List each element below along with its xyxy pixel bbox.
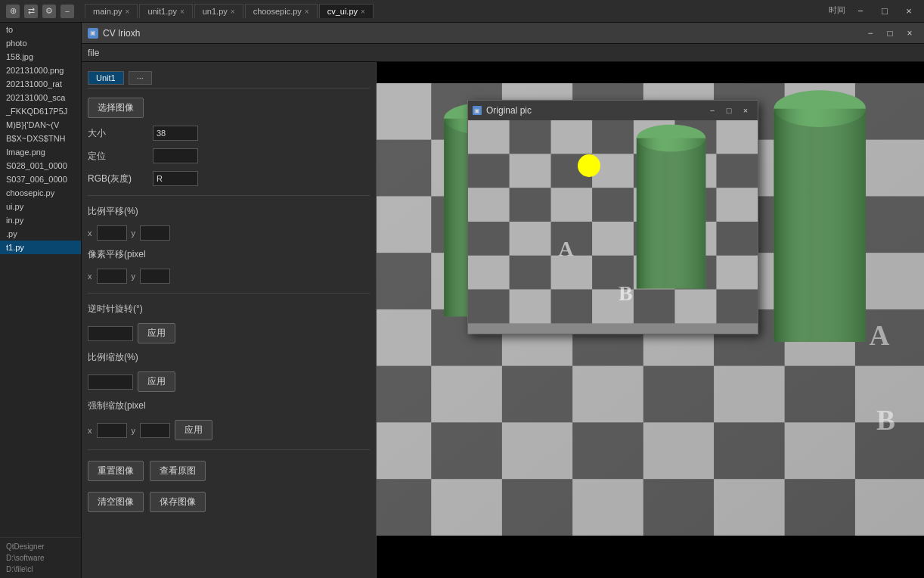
pixel-x-input[interactable] <box>97 269 127 284</box>
icon-minus[interactable]: − <box>60 5 74 18</box>
sidebar-item-choosepicpy[interactable]: choosepic.py <box>0 186 81 200</box>
force-y-input[interactable] <box>140 423 170 438</box>
ide-toolbar-icons: ⊕ ⇄ ⚙ − <box>6 5 74 18</box>
scale-shift-xy-row: x y <box>88 225 370 241</box>
svg-rect-85 <box>716 120 758 154</box>
tab-close-icon[interactable]: × <box>231 8 235 16</box>
sidebar-item-fkkqd[interactable]: _FKKQD617P5J <box>0 104 81 118</box>
scale-y-input[interactable] <box>140 225 170 241</box>
float-close-btn[interactable]: × <box>738 104 753 117</box>
svg-rect-92 <box>716 154 758 188</box>
scale-pct-input[interactable] <box>88 374 133 390</box>
cv-maximize-btn[interactable]: □ <box>882 26 898 40</box>
position-input[interactable] <box>153 148 198 163</box>
cv-title-bar[interactable]: ▣ CV Irioxh − □ × <box>82 23 924 44</box>
reset-image-btn[interactable]: 重置图像 <box>88 461 144 481</box>
pixel-shift-label-row: 像素平移(pixel <box>88 248 370 261</box>
sidebar-item-inpy[interactable]: in.py <box>0 213 81 227</box>
force-y-label: y <box>132 426 136 435</box>
apply-force-btn[interactable]: 应用 <box>175 420 212 440</box>
size-row: 大小 <box>88 126 370 141</box>
tab-un1-py[interactable]: un1.py × <box>194 4 243 18</box>
win-maximize-btn[interactable]: □ <box>876 5 894 18</box>
sidebar-item-uipy[interactable]: ui.py <box>0 200 81 213</box>
svg-text:B: B <box>876 405 895 436</box>
more-tab[interactable]: ··· <box>129 71 152 85</box>
float-title-bar[interactable]: ▣ Original pic − □ × <box>468 101 758 120</box>
float-original-pic-window[interactable]: ▣ Original pic − □ × <box>467 100 758 334</box>
force-x-input[interactable] <box>97 423 127 438</box>
sidebar-item-s037[interactable]: S037_006_0000 <box>0 172 81 186</box>
svg-rect-113 <box>716 256 758 290</box>
sidebar-item-photo[interactable]: photo <box>0 36 81 50</box>
sidebar-item-158jpg[interactable]: 158.jpg <box>0 50 81 64</box>
svg-rect-87 <box>592 120 634 154</box>
editor-tabs: main.py × unit1.py × un1.py × choosepic.… <box>85 4 824 18</box>
sidebar-bottom-file[interactable]: D:\file\cl <box>3 564 78 575</box>
win-minimize-btn[interactable]: − <box>851 5 870 18</box>
tab-unit1-py[interactable]: unit1.py × <box>139 4 192 18</box>
cv-left-panel: Unit1 ··· 选择图像 大小 定位 <box>82 62 377 578</box>
tab-label: unit1.py <box>147 7 177 16</box>
apply-scale-btn[interactable]: 应用 <box>138 371 175 392</box>
sidebar-bottom-qtdesigner[interactable]: QtDesigner <box>3 541 78 552</box>
title-bar-right: 时间 − □ × <box>829 5 918 18</box>
sidebar-item-py[interactable]: .py <box>0 227 81 241</box>
save-image-btn[interactable]: 保存图像 <box>150 492 206 512</box>
sidebar-item-s028[interactable]: S028_001_0000 <box>0 159 81 172</box>
cv-minimize-btn[interactable]: − <box>862 26 879 40</box>
icon-add[interactable]: ⊕ <box>6 5 20 18</box>
float-window-title: Original pic <box>486 105 700 116</box>
sidebar-item-202131000sca[interactable]: 202131000_sca <box>0 91 81 104</box>
icon-settings[interactable]: ⚙ <box>42 5 56 18</box>
pixel-shift-label: 像素平移(pixel <box>88 248 148 261</box>
cv-close-btn[interactable]: × <box>901 26 918 40</box>
size-input[interactable] <box>153 126 198 141</box>
sidebar-item-mb-dan[interactable]: M)B}{'DAN~(V <box>0 118 81 132</box>
ccw-label-row: 逆时针旋转(°) <box>88 303 370 315</box>
cv-window-icon: ▣ <box>88 28 98 39</box>
ccw-row: 应用 <box>88 323 370 343</box>
sidebar-item-202131000rat[interactable]: 202131000_rat <box>0 77 81 91</box>
clear-image-btn[interactable]: 清空图像 <box>88 492 144 512</box>
sidebar-item-202131000png[interactable]: 202131000.png <box>0 64 81 77</box>
tab-close-icon[interactable]: × <box>126 8 130 16</box>
scale-x-input[interactable] <box>97 225 127 241</box>
sidebar-item-bxdxs[interactable]: B$X~DXS$TNH <box>0 132 81 145</box>
bottom-buttons-row2: 清空图像 保存图像 <box>88 492 370 512</box>
pixel-shift-xy-row: x y <box>88 269 370 284</box>
tab-choosepic-py[interactable]: choosepic.py × <box>245 4 318 18</box>
icon-split[interactable]: ⇄ <box>24 5 38 18</box>
svg-rect-86 <box>510 120 551 154</box>
float-image-content: A B <box>468 120 758 334</box>
tab-close-icon[interactable]: × <box>305 8 309 16</box>
float-maximize-btn[interactable]: □ <box>721 104 736 117</box>
tab-cv-ui-py[interactable]: cv_ui.py × <box>319 4 374 18</box>
svg-rect-123 <box>675 290 717 324</box>
unit1-tab[interactable]: Unit1 <box>88 71 124 85</box>
sidebar-bottom: QtDesigner D:\software D:\file\cl <box>0 537 81 578</box>
tab-main-py[interactable]: main.py × <box>85 4 138 18</box>
tab-label: choosepic.py <box>253 7 302 16</box>
force-x-label: x <box>88 426 92 435</box>
svg-rect-114 <box>510 256 551 290</box>
cv-irioxh-window: ▣ CV Irioxh − □ × file Unit1 <box>82 23 924 578</box>
sidebar-item-t1py[interactable]: t1.py <box>0 241 81 254</box>
view-original-btn[interactable]: 查看原图 <box>150 461 206 481</box>
sidebar-item-imagepng[interactable]: Image.png <box>0 145 81 159</box>
select-image-btn[interactable]: 选择图像 <box>88 98 144 118</box>
win-close-btn[interactable]: × <box>900 5 918 18</box>
sep2 <box>88 293 370 294</box>
menu-file[interactable]: file <box>88 48 99 58</box>
pixel-y-input[interactable] <box>140 269 170 284</box>
sidebar-item-to[interactable]: to <box>0 23 81 36</box>
force-scale-label-row: 强制缩放(pixel <box>88 399 370 412</box>
float-minimize-btn[interactable]: − <box>705 104 720 117</box>
tab-close-icon[interactable]: × <box>180 8 184 16</box>
tab-close-icon[interactable]: × <box>361 8 365 16</box>
apply-rotate-btn[interactable]: 应用 <box>138 323 175 343</box>
ccw-input[interactable] <box>88 326 133 341</box>
float-image-svg: A B <box>468 120 758 334</box>
sidebar-bottom-software[interactable]: D:\software <box>3 552 78 564</box>
rgb-input[interactable] <box>153 171 198 186</box>
